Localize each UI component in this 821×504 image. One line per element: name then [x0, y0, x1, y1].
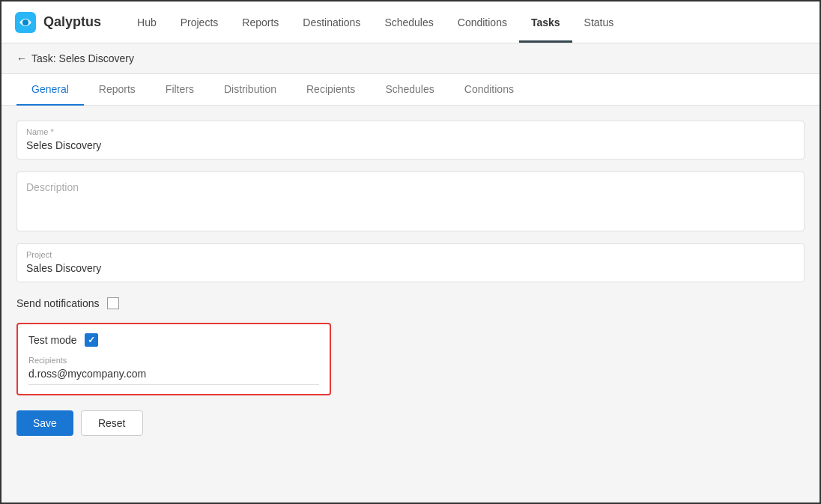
logo[interactable]: Qalyptus — [13, 10, 101, 34]
nav-reports[interactable]: Reports — [230, 1, 291, 43]
project-field: Project — [16, 243, 805, 282]
nav-tasks[interactable]: Tasks — [519, 1, 572, 43]
nav-conditions[interactable]: Conditions — [446, 1, 519, 43]
tab-recipients[interactable]: Recipients — [291, 74, 370, 106]
send-notifications-checkbox[interactable] — [107, 297, 119, 309]
description-field[interactable]: Description — [16, 171, 805, 231]
test-mode-label: Test mode — [28, 334, 77, 346]
tab-schedules[interactable]: Schedules — [370, 74, 449, 106]
name-input[interactable] — [26, 139, 795, 151]
send-notifications-label: Send notifications — [16, 297, 100, 309]
save-button[interactable]: Save — [16, 410, 73, 436]
project-input[interactable] — [26, 262, 795, 274]
tabs: General Reports Filters Distribution Rec… — [1, 74, 820, 106]
brand-name: Qalyptus — [43, 14, 101, 30]
nav-items: Hub Projects Reports Destinations Schedu… — [125, 1, 625, 43]
form-area: Name * Description Project Send notifica… — [1, 106, 820, 451]
logo-icon — [13, 10, 37, 34]
project-label: Project — [26, 250, 795, 259]
nav-projects[interactable]: Projects — [169, 1, 231, 43]
reset-button[interactable]: Reset — [81, 410, 143, 436]
send-notifications-row: Send notifications — [16, 294, 805, 312]
content-area: General Reports Filters Distribution Rec… — [1, 74, 820, 503]
description-placeholder: Description — [26, 181, 79, 193]
name-field: Name * — [16, 121, 805, 160]
tab-reports[interactable]: Reports — [84, 74, 151, 106]
recipients-field: Recipients d.ross@mycompany.com — [28, 356, 319, 385]
breadcrumb: ← Task: Seles Discovery — [1, 43, 820, 74]
recipients-label: Recipients — [28, 356, 319, 365]
recipients-value[interactable]: d.ross@mycompany.com — [28, 368, 319, 380]
tab-distribution[interactable]: Distribution — [209, 74, 291, 106]
tab-conditions[interactable]: Conditions — [449, 74, 529, 106]
action-buttons: Save Reset — [16, 410, 805, 436]
back-button[interactable]: ← — [16, 52, 27, 64]
nav-hub[interactable]: Hub — [125, 1, 169, 43]
tab-filters[interactable]: Filters — [151, 74, 209, 106]
nav-status[interactable]: Status — [572, 1, 626, 43]
name-label: Name * — [26, 127, 795, 136]
breadcrumb-text: Task: Seles Discovery — [31, 52, 134, 64]
tab-general[interactable]: General — [16, 74, 84, 106]
svg-point-1 — [22, 19, 28, 25]
test-mode-box: Test mode Recipients d.ross@mycompany.co… — [16, 323, 331, 395]
nav-destinations[interactable]: Destinations — [291, 1, 372, 43]
nav-schedules[interactable]: Schedules — [372, 1, 445, 43]
top-nav: Qalyptus Hub Projects Reports Destinatio… — [1, 1, 820, 43]
test-mode-row: Test mode — [28, 333, 319, 347]
test-mode-checkbox[interactable] — [85, 333, 98, 347]
